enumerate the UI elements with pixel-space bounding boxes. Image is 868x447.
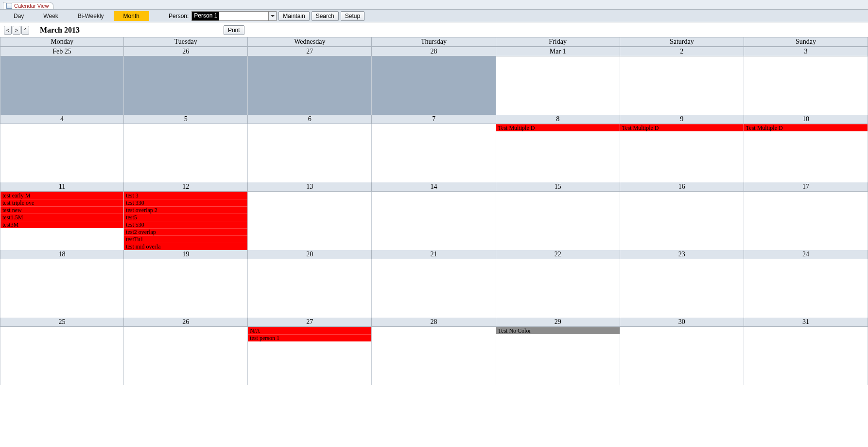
- day-cell[interactable]: [0, 327, 124, 385]
- day-cell[interactable]: Test Multiple D: [620, 124, 744, 182]
- date-cell[interactable]: 20: [248, 250, 372, 259]
- day-cell[interactable]: [744, 259, 868, 318]
- date-cell[interactable]: 16: [620, 182, 744, 192]
- date-cell[interactable]: 22: [496, 250, 620, 259]
- date-cell[interactable]: 3: [744, 47, 868, 56]
- date-cell[interactable]: 8: [496, 115, 620, 124]
- day-cell[interactable]: [248, 192, 372, 250]
- date-cell[interactable]: 21: [372, 250, 496, 259]
- day-cell[interactable]: [124, 124, 248, 182]
- date-cell[interactable]: 29: [496, 318, 620, 327]
- person-select[interactable]: Person 1: [191, 11, 277, 21]
- day-cell[interactable]: Test Multiple D: [744, 124, 868, 182]
- tab-calendar-view[interactable]: Calendar View: [3, 2, 54, 9]
- event[interactable]: test1.5M: [0, 214, 123, 221]
- event[interactable]: test 3: [124, 192, 247, 199]
- day-cell[interactable]: [744, 327, 868, 385]
- maintain-button[interactable]: Maintain: [278, 11, 309, 21]
- day-cell[interactable]: [496, 192, 620, 250]
- date-cell[interactable]: 19: [124, 250, 248, 259]
- date-cell[interactable]: 9: [620, 115, 744, 124]
- day-cell[interactable]: N/Atest person 1: [248, 327, 372, 385]
- date-cell[interactable]: 18: [0, 250, 124, 259]
- event[interactable]: test overlap 2: [124, 206, 247, 214]
- event[interactable]: test 530: [124, 221, 247, 228]
- event[interactable]: test5: [124, 214, 247, 221]
- day-cell[interactable]: [744, 56, 868, 115]
- day-cell[interactable]: Test Multiple D: [496, 124, 620, 182]
- event[interactable]: Test Multiple D: [744, 124, 868, 131]
- day-cell[interactable]: [496, 259, 620, 318]
- search-button[interactable]: Search: [312, 11, 339, 21]
- day-cell[interactable]: [744, 192, 868, 250]
- date-cell[interactable]: 30: [620, 318, 744, 327]
- event[interactable]: testTu1: [124, 235, 247, 243]
- chevron-down-icon[interactable]: [268, 12, 276, 20]
- date-cell[interactable]: 15: [496, 182, 620, 192]
- date-cell[interactable]: Feb 25: [0, 47, 124, 56]
- date-cell[interactable]: 27: [248, 47, 372, 56]
- date-cell[interactable]: 27: [248, 318, 372, 327]
- day-cell[interactable]: [124, 259, 248, 318]
- prev-button[interactable]: <: [4, 26, 12, 35]
- date-cell[interactable]: 5: [124, 115, 248, 124]
- date-cell[interactable]: 28: [372, 47, 496, 56]
- day-cell[interactable]: [248, 56, 372, 115]
- date-cell[interactable]: 24: [744, 250, 868, 259]
- day-cell[interactable]: [0, 259, 124, 318]
- date-cell[interactable]: 14: [372, 182, 496, 192]
- day-cell[interactable]: [124, 56, 248, 115]
- date-cell[interactable]: 12: [124, 182, 248, 192]
- date-cell[interactable]: 4: [0, 115, 124, 124]
- date-cell[interactable]: 28: [372, 318, 496, 327]
- date-cell[interactable]: 17: [744, 182, 868, 192]
- view-day[interactable]: Day: [4, 11, 34, 21]
- day-cell[interactable]: [0, 124, 124, 182]
- event[interactable]: test person 1: [248, 334, 371, 341]
- date-cell[interactable]: 2: [620, 47, 744, 56]
- day-cell[interactable]: [372, 192, 496, 250]
- date-cell[interactable]: 7: [372, 115, 496, 124]
- view-week[interactable]: Week: [34, 11, 68, 21]
- day-cell[interactable]: [620, 192, 744, 250]
- event[interactable]: Test Multiple D: [620, 124, 744, 131]
- day-cell[interactable]: [372, 124, 496, 182]
- day-cell[interactable]: [248, 259, 372, 318]
- event[interactable]: test 330: [124, 199, 247, 206]
- day-cell[interactable]: [248, 124, 372, 182]
- date-cell[interactable]: 13: [248, 182, 372, 192]
- day-cell[interactable]: [372, 56, 496, 115]
- event[interactable]: test2 overlap: [124, 228, 247, 235]
- day-cell[interactable]: [372, 327, 496, 385]
- day-cell[interactable]: Test No Color: [496, 327, 620, 385]
- event[interactable]: test3M: [0, 221, 123, 228]
- day-cell[interactable]: [496, 56, 620, 115]
- print-button[interactable]: Print: [224, 25, 244, 35]
- day-cell[interactable]: test 3test 330test overlap 2test5test 53…: [124, 192, 248, 250]
- day-cell[interactable]: [620, 327, 744, 385]
- event[interactable]: test mid overla: [124, 243, 247, 250]
- date-cell[interactable]: Mar 1: [496, 47, 620, 56]
- event[interactable]: test triple ove: [0, 199, 123, 206]
- date-cell[interactable]: 26: [124, 318, 248, 327]
- day-cell[interactable]: [620, 56, 744, 115]
- day-cell[interactable]: [620, 259, 744, 318]
- day-cell[interactable]: test early Mtest triple ovetest newtest1…: [0, 192, 124, 250]
- next-button[interactable]: >: [13, 26, 20, 35]
- date-cell[interactable]: 26: [124, 47, 248, 56]
- date-cell[interactable]: 23: [620, 250, 744, 259]
- date-cell[interactable]: 11: [0, 182, 124, 192]
- day-cell[interactable]: [0, 56, 124, 115]
- event[interactable]: Test No Color: [496, 327, 620, 334]
- date-cell[interactable]: 10: [744, 115, 868, 124]
- day-cell[interactable]: [372, 259, 496, 318]
- event[interactable]: Test Multiple D: [496, 124, 620, 131]
- view-month[interactable]: Month: [114, 11, 149, 21]
- date-cell[interactable]: 6: [248, 115, 372, 124]
- event[interactable]: N/A: [248, 327, 371, 334]
- setup-button[interactable]: Setup: [341, 11, 365, 21]
- day-cell[interactable]: [124, 327, 248, 385]
- event[interactable]: test new: [0, 206, 123, 214]
- event[interactable]: test early M: [0, 192, 123, 199]
- date-cell[interactable]: 31: [744, 318, 868, 327]
